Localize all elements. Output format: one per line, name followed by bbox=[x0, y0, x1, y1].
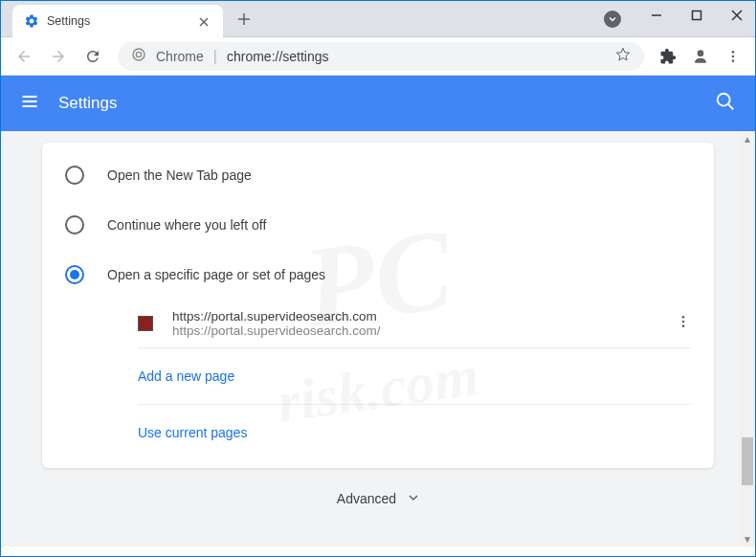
reload-button[interactable] bbox=[78, 41, 108, 72]
menu-icon[interactable] bbox=[719, 42, 747, 71]
omnibox[interactable]: Chrome | chrome://settings bbox=[118, 42, 644, 71]
close-button[interactable] bbox=[730, 9, 744, 22]
svg-rect-1 bbox=[693, 11, 701, 20]
startup-page-entry: https://portal.supervideosearch.com http… bbox=[42, 300, 714, 347]
svg-point-20 bbox=[682, 321, 685, 323]
scrollbar[interactable]: ▲ ▼ bbox=[740, 131, 755, 546]
address-bar: Chrome | chrome://settings bbox=[1, 37, 755, 76]
back-button[interactable] bbox=[9, 41, 39, 72]
svg-point-9 bbox=[136, 52, 141, 56]
svg-line-18 bbox=[728, 104, 734, 110]
extensions-icon[interactable] bbox=[654, 42, 682, 71]
radio-label: Continue where you left off bbox=[107, 217, 266, 233]
radio-option-continue[interactable]: Continue where you left off bbox=[42, 200, 714, 250]
svg-point-21 bbox=[682, 324, 685, 327]
page-entry-url: https://portal.supervideosearch.com/ bbox=[172, 323, 656, 338]
new-tab-button[interactable] bbox=[233, 8, 256, 31]
scroll-up-icon[interactable]: ▲ bbox=[740, 131, 755, 146]
radio-label: Open the New Tab page bbox=[107, 167, 252, 183]
omnibox-separator: | bbox=[213, 48, 217, 65]
omnibox-prefix: Chrome bbox=[156, 49, 204, 64]
settings-header: Settings bbox=[1, 76, 755, 131]
gear-icon bbox=[24, 13, 39, 29]
minimize-button[interactable] bbox=[650, 9, 663, 22]
svg-point-13 bbox=[732, 59, 735, 62]
omnibox-url: chrome://settings bbox=[227, 49, 329, 64]
add-page-link: Add a new page bbox=[138, 368, 234, 384]
scrollbar-thumb[interactable] bbox=[742, 437, 753, 485]
radio-icon bbox=[65, 265, 84, 284]
svg-point-19 bbox=[682, 316, 685, 319]
favicon bbox=[138, 316, 153, 331]
startup-card: Open the New Tab page Continue where you… bbox=[42, 143, 714, 468]
svg-point-12 bbox=[732, 55, 735, 57]
chrome-icon bbox=[131, 47, 146, 66]
radio-icon bbox=[65, 215, 84, 234]
forward-button[interactable] bbox=[43, 41, 74, 72]
maximize-button[interactable] bbox=[690, 9, 703, 22]
advanced-label: Advanced bbox=[337, 491, 396, 506]
radio-label: Open a specific page or set of pages bbox=[107, 267, 325, 282]
content-area: Open the New Tab page Continue where you… bbox=[1, 131, 755, 546]
tab-title: Settings bbox=[47, 14, 190, 28]
bookmark-icon[interactable] bbox=[615, 47, 631, 66]
page-title: Settings bbox=[58, 94, 117, 113]
svg-point-11 bbox=[732, 51, 735, 54]
page-entry-title: https://portal.supervideosearch.com bbox=[172, 309, 656, 323]
add-page-row[interactable]: Add a new page bbox=[42, 348, 714, 404]
svg-point-8 bbox=[133, 49, 145, 60]
radio-option-new-tab[interactable]: Open the New Tab page bbox=[42, 150, 714, 200]
use-current-row[interactable]: Use current pages bbox=[42, 405, 714, 460]
chevron-down-icon[interactable] bbox=[604, 11, 621, 28]
profile-icon[interactable] bbox=[686, 42, 715, 71]
more-icon[interactable] bbox=[676, 314, 691, 333]
use-current-link: Use current pages bbox=[138, 425, 247, 440]
search-icon[interactable] bbox=[715, 91, 736, 116]
radio-icon bbox=[65, 166, 84, 185]
scroll-down-icon[interactable]: ▼ bbox=[740, 531, 755, 546]
tabs-row: Settings bbox=[1, 1, 755, 37]
advanced-toggle[interactable]: Advanced bbox=[1, 468, 755, 529]
hamburger-icon[interactable] bbox=[20, 92, 39, 115]
close-icon[interactable] bbox=[198, 14, 211, 28]
svg-point-10 bbox=[698, 50, 704, 56]
radio-option-specific[interactable]: Open a specific page or set of pages bbox=[42, 250, 714, 300]
svg-point-17 bbox=[718, 94, 730, 106]
chevron-down-icon bbox=[408, 491, 419, 506]
tab-settings[interactable]: Settings bbox=[12, 5, 223, 37]
